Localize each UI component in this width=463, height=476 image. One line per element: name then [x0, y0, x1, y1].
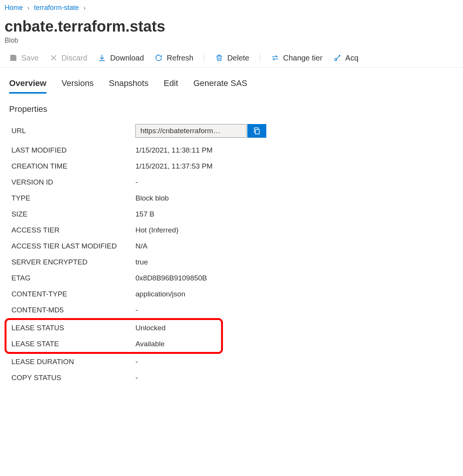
property-content-md5: CONTENT-MD5 - [11, 302, 454, 318]
version-id-label: VERSION ID [11, 178, 135, 186]
size-value: 157 B [135, 210, 154, 218]
download-icon [98, 54, 106, 62]
save-icon [9, 54, 18, 62]
tab-overview[interactable]: Overview [9, 78, 46, 94]
download-button[interactable]: Download [98, 54, 144, 62]
page-title: cnbate.terraform.stats [0, 15, 463, 35]
type-label: TYPE [11, 194, 135, 202]
property-version-id: VERSION ID - [11, 174, 454, 190]
tab-snapshots[interactable]: Snapshots [109, 78, 148, 94]
content-type-label: CONTENT-TYPE [11, 290, 135, 298]
swap-icon [271, 54, 279, 62]
chevron-right-icon: › [83, 5, 85, 11]
properties-panel: URL https://cnbateterraform… LAST MODIFI… [0, 119, 463, 386]
discard-button: Discard [49, 54, 88, 62]
download-label: Download [110, 54, 144, 62]
delete-icon [215, 54, 223, 62]
etag-label: ETAG [11, 274, 135, 282]
property-type: TYPE Block blob [11, 190, 454, 206]
tabs: Overview Versions Snapshots Edit Generat… [0, 68, 463, 94]
close-icon [49, 54, 58, 62]
property-lease-status: LEASE STATUS Unlocked [11, 320, 221, 336]
property-access-tier: ACCESS TIER Hot (Inferred) [11, 222, 454, 238]
tab-versions[interactable]: Versions [62, 78, 94, 94]
version-id-value: - [135, 178, 138, 186]
property-lease-duration: LEASE DURATION - [11, 354, 454, 370]
svg-rect-1 [255, 129, 259, 134]
url-value[interactable]: https://cnbateterraform… [135, 124, 247, 138]
highlighted-lease-section: LEASE STATUS Unlocked LEASE STATE Availa… [5, 318, 223, 354]
page-subtitle: Blob [0, 35, 463, 51]
copy-icon [253, 127, 261, 135]
content-type-value: application/json [135, 290, 185, 298]
property-content-type: CONTENT-TYPE application/json [11, 286, 454, 302]
size-label: SIZE [11, 210, 135, 218]
access-tier-value: Hot (Inferred) [135, 226, 178, 234]
change-tier-button[interactable]: Change tier [271, 54, 322, 62]
access-tier-label: ACCESS TIER [11, 226, 135, 234]
content-md5-label: CONTENT-MD5 [11, 306, 135, 314]
lease-icon [333, 54, 342, 62]
copy-status-value: - [135, 374, 138, 382]
lease-status-label: LEASE STATUS [11, 324, 135, 332]
refresh-button[interactable]: Refresh [154, 54, 193, 62]
lease-state-value: Available [135, 340, 165, 348]
property-creation-time: CREATION TIME 1/15/2021, 11:37:53 PM [11, 158, 454, 174]
delete-label: Delete [227, 54, 249, 62]
copy-status-label: COPY STATUS [11, 374, 135, 382]
acquire-lease-label: Acq [345, 54, 358, 62]
save-label: Save [21, 54, 39, 62]
access-tier-last-modified-value: N/A [135, 242, 148, 250]
tab-edit[interactable]: Edit [164, 78, 178, 94]
properties-heading: Properties [0, 94, 463, 119]
property-last-modified: LAST MODIFIED 1/15/2021, 11:38:11 PM [11, 142, 454, 158]
copy-url-button[interactable] [247, 124, 266, 138]
property-server-encrypted: SERVER ENCRYPTED true [11, 254, 454, 270]
property-etag: ETAG 0x8D8B96B9109850B [11, 270, 454, 286]
lease-duration-label: LEASE DURATION [11, 358, 135, 366]
content-md5-value: - [135, 306, 138, 314]
lease-status-value: Unlocked [135, 324, 165, 332]
lease-duration-value: - [135, 358, 138, 366]
creation-time-label: CREATION TIME [11, 162, 135, 170]
chevron-right-icon: › [27, 5, 29, 11]
save-button: Save [9, 54, 39, 62]
server-encrypted-value: true [135, 258, 148, 266]
delete-button[interactable]: Delete [215, 54, 249, 62]
toolbar-divider [260, 53, 260, 63]
property-url: URL https://cnbateterraform… [11, 123, 454, 142]
breadcrumb: Home › terraform-state › [0, 0, 463, 15]
etag-value: 0x8D8B96B9109850B [135, 274, 207, 282]
discard-label: Discard [62, 54, 88, 62]
tab-generate-sas[interactable]: Generate SAS [193, 78, 247, 94]
refresh-icon [154, 54, 163, 62]
property-size: SIZE 157 B [11, 206, 454, 222]
acquire-lease-button[interactable]: Acq [333, 54, 358, 62]
property-copy-status: COPY STATUS - [11, 370, 454, 386]
property-lease-state: LEASE STATE Available [11, 336, 221, 352]
type-value: Block blob [135, 194, 169, 202]
last-modified-label: LAST MODIFIED [11, 146, 135, 154]
toolbar: Save Discard Download Refresh Delete Cha… [0, 51, 463, 68]
property-access-tier-last-modified: ACCESS TIER LAST MODIFIED N/A [11, 238, 454, 254]
refresh-label: Refresh [167, 54, 193, 62]
server-encrypted-label: SERVER ENCRYPTED [11, 258, 135, 266]
access-tier-last-modified-label: ACCESS TIER LAST MODIFIED [11, 242, 135, 250]
last-modified-value: 1/15/2021, 11:38:11 PM [135, 146, 213, 154]
breadcrumb-home[interactable]: Home [5, 4, 23, 12]
url-label: URL [11, 127, 135, 135]
lease-state-label: LEASE STATE [11, 340, 135, 348]
toolbar-divider [204, 53, 204, 63]
breadcrumb-parent[interactable]: terraform-state [34, 4, 79, 12]
creation-time-value: 1/15/2021, 11:37:53 PM [135, 162, 213, 170]
change-tier-label: Change tier [283, 54, 322, 62]
